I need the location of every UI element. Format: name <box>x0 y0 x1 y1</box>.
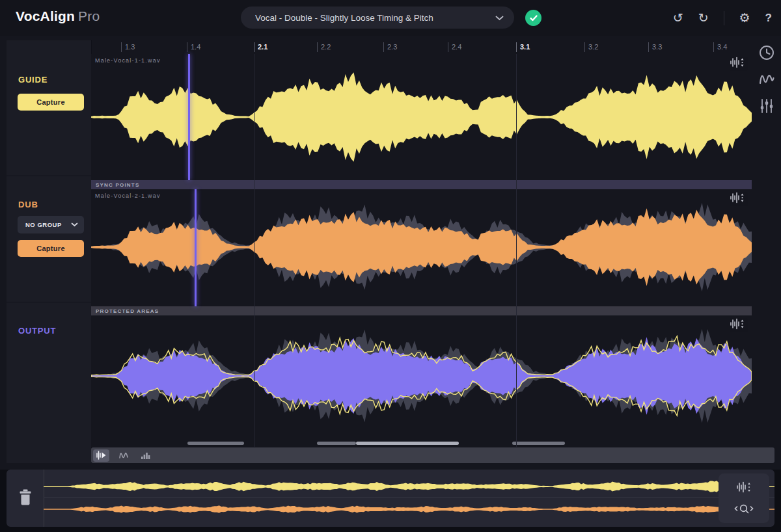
overview-controls <box>719 473 769 523</box>
output-section-label: OUTPUT <box>18 326 56 336</box>
protected-areas-label: PROTECTED AREAS <box>96 308 159 314</box>
overview-lane-divider <box>44 498 774 498</box>
ruler-tick: 3.2 <box>584 42 598 52</box>
output-track[interactable] <box>91 315 752 447</box>
app-title-suffix: Pro <box>78 8 100 23</box>
bar-gridline <box>516 54 517 447</box>
guide-capture-button[interactable]: Capture <box>18 94 84 111</box>
waveform-zoom-icon[interactable] <box>730 192 748 206</box>
pitch-view-button[interactable] <box>115 449 131 462</box>
topbar-actions: ↺ ↻ ⚙ ? <box>673 0 772 36</box>
sidebar-divider <box>7 176 91 176</box>
waveform-zoom-icon[interactable] <box>730 318 748 332</box>
sidebar-divider <box>7 302 91 302</box>
sync-points-label: SYNC POINTS <box>96 182 139 188</box>
help-icon[interactable]: ? <box>765 12 772 23</box>
sidebar: GUIDE Capture DUB NO GROUP Capture OUTPU… <box>7 40 92 463</box>
sync-points-strip[interactable]: SYNC POINTS <box>91 180 752 189</box>
protected-areas-strip[interactable]: PROTECTED AREAS <box>91 306 752 315</box>
dub-waveform <box>91 189 752 306</box>
dub-section-label: DUB <box>18 200 38 209</box>
chevron-down-icon <box>495 13 504 23</box>
fit-waveform-icon[interactable] <box>731 479 757 495</box>
trash-icon <box>18 488 33 509</box>
output-waveform <box>91 315 752 447</box>
scrollbar-handle[interactable] <box>317 442 356 445</box>
view-mode-toolbar <box>91 447 774 463</box>
song-overview-panel <box>7 470 774 527</box>
ruler-tick: 2.1 <box>254 42 267 52</box>
settings-sliders-icon[interactable] <box>757 97 776 115</box>
ruler-tick: 1.3 <box>121 42 135 52</box>
gear-icon[interactable]: ⚙ <box>739 12 750 24</box>
playhead[interactable] <box>195 189 197 306</box>
preset-applied-check-icon <box>525 10 541 26</box>
bar-gridline <box>254 54 254 447</box>
overview-waveforms[interactable] <box>44 470 774 527</box>
guide-track[interactable]: Male-Vocal-1-1.wav <box>91 54 752 181</box>
ruler-tick: 2.4 <box>448 42 461 52</box>
ruler-tick: 3.4 <box>713 42 727 52</box>
dub-group-value: NO GROUP <box>25 221 71 228</box>
app-title: VocAlign <box>16 8 75 23</box>
guide-waveform <box>91 54 752 180</box>
dub-group-select[interactable]: NO GROUP <box>18 216 84 233</box>
right-rail <box>752 44 781 115</box>
pitch-curve-icon[interactable] <box>757 70 776 88</box>
history-clock-icon[interactable] <box>757 44 776 62</box>
preset-label: Vocal - Double - Slightly Loose Timing &… <box>255 13 495 23</box>
app-logo: VocAlignPro <box>16 8 100 24</box>
topbar: VocAlignPro Vocal - Double - Slightly Lo… <box>0 0 781 36</box>
waveform-zoom-icon[interactable] <box>730 57 748 71</box>
scrollbar-handle[interactable] <box>512 442 565 445</box>
undo-icon[interactable]: ↺ <box>673 12 683 24</box>
horizontal-zoom-icon[interactable] <box>731 501 757 517</box>
guide-file-label: Male-Vocal-1-1.wav <box>95 57 161 64</box>
scrollbar-handle[interactable] <box>356 442 459 445</box>
energy-view-button[interactable] <box>137 449 154 462</box>
dub-track[interactable]: Male-Vocal-2-1.wav <box>91 189 752 307</box>
topbar-divider <box>724 11 724 25</box>
scrollbar-handle[interactable] <box>187 442 244 445</box>
waveform-view-button[interactable] <box>93 449 109 462</box>
trash-button[interactable] <box>7 470 44 527</box>
editor-area: 1.31.42.12.22.32.43.13.23.33.4 Male-Voca… <box>91 40 752 463</box>
preset-dropdown[interactable]: Vocal - Double - Slightly Loose Timing &… <box>241 7 514 29</box>
redo-icon[interactable]: ↻ <box>698 12 709 24</box>
ruler-tick: 2.3 <box>383 42 397 52</box>
ruler-tick: 3.3 <box>648 42 662 52</box>
dub-capture-button[interactable]: Capture <box>18 240 84 257</box>
ruler-tick: 2.2 <box>317 42 331 52</box>
timeline-ruler[interactable]: 1.31.42.12.22.32.43.13.23.33.4 <box>91 40 752 55</box>
ruler-tick: 1.4 <box>187 42 200 52</box>
dub-file-label: Male-Vocal-2-1.wav <box>95 193 161 199</box>
guide-section-label: GUIDE <box>18 75 48 85</box>
ruler-tick: 3.1 <box>516 42 530 52</box>
playhead[interactable] <box>188 54 190 180</box>
main-panel: GUIDE Capture DUB NO GROUP Capture OUTPU… <box>0 36 781 470</box>
chevron-down-icon <box>71 221 78 228</box>
